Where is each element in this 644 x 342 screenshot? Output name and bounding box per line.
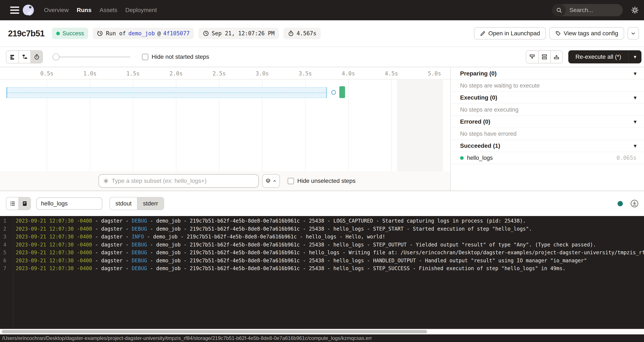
download-icon: [630, 199, 639, 208]
step-bar-hello-logs[interactable]: [339, 86, 345, 98]
log-level: INFO: [132, 234, 144, 240]
dagster-logo-icon[interactable]: [22, 4, 35, 17]
log-file-path: /Users/erincochran/Desktop/dagster-examp…: [2, 335, 372, 341]
nav-item-assets[interactable]: Assets: [100, 7, 117, 14]
stdout-stderr-tabs: stdoutstderr: [110, 197, 164, 210]
log-timestamp: 2023-09-21 12:07:30 -0400: [16, 266, 92, 272]
axis-tick-label: 3.0s: [256, 70, 269, 77]
axis-tick-label: 4.5s: [385, 70, 398, 77]
log-source: - dagster -: [92, 266, 132, 272]
panel-section-title: Errored (0): [460, 118, 490, 125]
log-message: - demo_job - 219c7b51-b62f-4e5b-8de8-0e7…: [147, 258, 587, 264]
log-step-filter-input[interactable]: [36, 198, 102, 210]
job-link[interactable]: demo_job: [128, 30, 155, 36]
log-line-number: 4: [0, 241, 10, 249]
search-input[interactable]: [566, 7, 623, 14]
step-start-marker: [331, 90, 336, 95]
axis-tick-label: 1.5s: [126, 70, 140, 77]
pane-size-controls: [526, 50, 563, 64]
log-message: - demo_job - 219c7b51-b62f-4e5b-8de8-0e7…: [147, 250, 644, 256]
step-success-dot-icon: [460, 156, 464, 160]
reexecute-all-button[interactable]: Re-execute all (*) ▾: [568, 50, 642, 64]
code-version-link[interactable]: 4f105077: [163, 30, 190, 36]
log-line: 32023-09-21 12:07:30 -0400 - dagster - I…: [0, 233, 644, 241]
log-line-number: 5: [0, 249, 10, 257]
axis-tick-label: 1.0s: [83, 70, 96, 77]
raw-log-view-button[interactable]: [18, 198, 30, 210]
log-timestamp: 2023-09-21 12:07:30 -0400: [16, 226, 92, 232]
nav-item-overview[interactable]: Overview: [44, 7, 69, 14]
hamburger-menu-icon[interactable]: [10, 6, 19, 14]
capture-status-indicator: [618, 201, 623, 206]
layers-icon: [265, 178, 271, 184]
gantt-chart: 0.5s1.0s1.5s2.0s2.5s3.0s3.5s4.0s4.5s5.0s: [0, 68, 450, 191]
axis-gridline: [348, 80, 349, 171]
graph-query-options-button[interactable]: [262, 174, 280, 188]
log-source: - dagster -: [92, 258, 132, 264]
nav-item-deployment[interactable]: Deployment: [125, 7, 157, 14]
clock-icon: [203, 30, 209, 36]
axis-tick-label: 0.5s: [40, 70, 54, 77]
run-header: 219c7b51 Success Run of demo_job @ 4f105…: [0, 20, 644, 47]
step-duration: 0.065s: [616, 155, 636, 161]
tab-stderr[interactable]: stderr: [137, 198, 164, 210]
log-timestamp: 2023-09-21 12:07:30 -0400: [16, 242, 92, 248]
log-line: 52023-09-21 12:07:30 -0400 - dagster - D…: [0, 249, 644, 257]
scrollbar-thumb[interactable]: [2, 330, 427, 333]
log-line: 42023-09-21 12:07:30 -0400 - dagster - D…: [0, 241, 644, 249]
gantt-zoom-slider[interactable]: [53, 54, 130, 60]
hide-unselected-checkbox[interactable]: [288, 178, 294, 184]
step-row[interactable]: hello_logs0.065s: [451, 152, 644, 164]
history-icon: [97, 30, 104, 36]
axis-tick-label: 2.5s: [212, 70, 226, 77]
log-view-toggle: [6, 197, 31, 210]
open-in-launchpad-button[interactable]: Open in Launchpad: [474, 27, 546, 40]
panel-empty-text: No steps have errored: [451, 128, 644, 140]
settings-gear-icon[interactable]: [631, 6, 639, 14]
run-status-panel: Preparing (0)▾No steps are waiting to ex…: [450, 68, 644, 191]
chevron-down-icon: [630, 31, 636, 36]
success-dot-icon: [56, 32, 60, 35]
section-chevron-icon: ▾: [634, 95, 636, 100]
log-timestamp: 2023-09-21 12:07:30 -0400: [16, 250, 92, 256]
timed-view-button[interactable]: [30, 51, 42, 63]
log-line-number: 6: [0, 257, 10, 265]
hide-not-started-checkbox[interactable]: [142, 54, 148, 60]
panel-section-header[interactable]: Errored (0)▾: [451, 116, 644, 128]
log-source: - dagster -: [92, 226, 132, 232]
axis-tick-label: 3.5s: [299, 70, 312, 77]
log-timestamp: 2023-09-21 12:07:30 -0400: [16, 258, 92, 264]
caret-up-icon: [272, 178, 277, 183]
log-line-number: 1: [0, 217, 10, 225]
tab-stdout[interactable]: stdout: [110, 198, 137, 210]
axis-tick-label: 4.0s: [342, 70, 355, 77]
run-actions-dropdown-button[interactable]: [628, 27, 639, 40]
timestamp-tag: Sep 21, 12:07:26 PM: [198, 28, 279, 39]
step-subset-input[interactable]: [112, 178, 254, 184]
stopwatch-view-icon: [34, 54, 40, 60]
structured-log-view-button[interactable]: [6, 198, 18, 210]
slider-knob[interactable]: [53, 54, 60, 60]
nav-item-runs[interactable]: Runs: [77, 7, 92, 14]
panel-section-header[interactable]: Succeeded (1)▾: [451, 140, 644, 152]
reexecute-dropdown-caret[interactable]: ▾: [628, 50, 642, 64]
section-chevron-icon: ▾: [634, 119, 636, 125]
run-id-title: 219c7b51: [8, 29, 44, 38]
log-line-number: 2: [0, 225, 10, 233]
download-logs-button[interactable]: [630, 199, 639, 208]
expand-top-pane-button[interactable]: [550, 51, 562, 63]
expand-bottom-pane-button[interactable]: [526, 51, 538, 63]
raw-log-output: 12023-09-21 12:07:30 -0400 - dagster - D…: [0, 216, 644, 329]
view-tags-config-button[interactable]: View tags and config: [549, 27, 624, 40]
gantt-bottom-bar: Hide unselected steps: [0, 171, 450, 191]
flat-view-button[interactable]: [6, 51, 18, 63]
waterfall-view-button[interactable]: [18, 51, 30, 63]
log-source: - dagster -: [92, 242, 132, 248]
step-name: hello_logs: [467, 155, 493, 161]
panel-section-header[interactable]: Executing (0)▾: [451, 92, 644, 104]
split-panes-button[interactable]: [538, 51, 550, 63]
panel-section-header[interactable]: Preparing (0)▾: [451, 68, 644, 80]
global-search[interactable]: /: [552, 4, 623, 16]
waterfall-view-icon: [22, 54, 28, 60]
expand-top-icon: [553, 54, 560, 60]
